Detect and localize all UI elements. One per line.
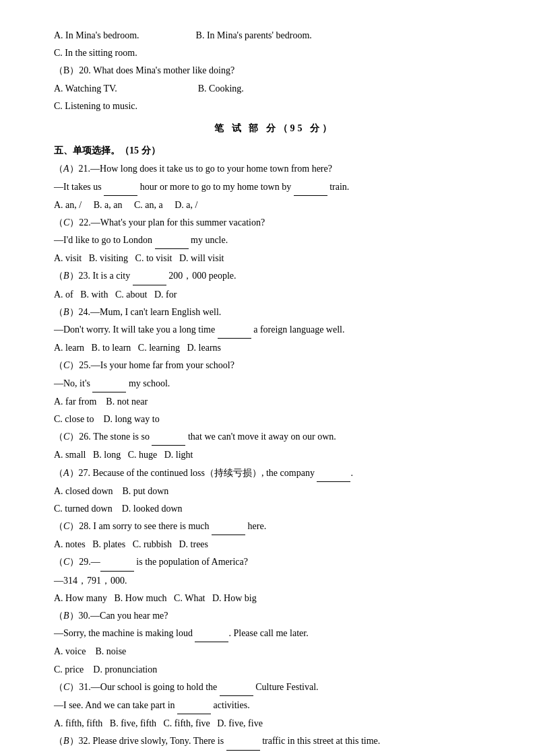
q29-stem: （C）29.— is the population of America? xyxy=(54,553,495,571)
line-a19: A. In Mina's bedroom. B. In Mina's paren… xyxy=(54,27,495,44)
q22-stem: （C）22.—What's your plan for this summer … xyxy=(54,214,495,231)
q32-stem: （B）32. Please drive slowly, Tony. There … xyxy=(54,732,495,750)
q30-opts1: A. voice B. noise xyxy=(54,643,495,660)
q20: （B）20. What does Mina's mother like doin… xyxy=(54,62,495,79)
q31-sub: —I see. And we can take part in activiti… xyxy=(54,697,495,714)
q24-opts: A. learn B. to learn C. learning D. lear… xyxy=(54,339,495,356)
q30-sub: —Sorry, the machine is making loud . Ple… xyxy=(54,625,495,642)
q24-sub: —Don't worry. It will take you a long ti… xyxy=(54,321,495,339)
q30-stem: （B）30.—Can you hear me? xyxy=(54,607,495,624)
q26-stem: （C）26. The stone is so that we can't mov… xyxy=(54,428,495,446)
q24-stem: （B）24.—Mum, I can't learn English well. xyxy=(54,304,495,320)
section-five-title: 五、单项选择。（15 分） xyxy=(54,142,495,159)
q23-stem: （B）23. It is a city 200，000 people. xyxy=(54,267,495,285)
q23-opts: A. of B. with C. about D. for xyxy=(54,286,495,303)
written-section-header: 笔 试 部 分（95 分） xyxy=(54,120,495,137)
q28-stem: （C）28. I am sorry to see there is much h… xyxy=(54,518,495,535)
q27-opts1: A. closed down B. put down xyxy=(54,483,495,500)
q22-sub: —I'd like to go to London my uncle. xyxy=(54,232,495,249)
q21-opts: A. an, / B. a, an C. an, a D. a, / xyxy=(54,197,495,213)
q32-opts: A. much too B. too much C. too many D. m… xyxy=(54,751,495,757)
q30-opts2: C. price D. pronunciation xyxy=(54,661,495,678)
q31-opts: A. fifth, fifth B. five, fifth C. fifth,… xyxy=(54,715,495,732)
q25-opts1: A. far from B. not near xyxy=(54,393,495,410)
q27-stem: （A）27. Because of the continued loss（持续亏… xyxy=(54,465,495,482)
q31-stem: （C）31.—Our school is going to hold the C… xyxy=(54,679,495,696)
line-c19: C. In the sitting room. xyxy=(54,44,495,61)
q25-opts2: C. close to D. long way to xyxy=(54,411,495,427)
q21-stem: （A）21.—How long does it take us to go to… xyxy=(54,160,495,177)
page-content: A. In Mina's bedroom. B. In Mina's paren… xyxy=(54,27,495,756)
q21-sub: —It takes us hour or more to go to my ho… xyxy=(54,178,495,196)
q25-sub: —No, it's my school. xyxy=(54,375,495,392)
q28-opts: A. notes B. plates C. rubbish D. trees xyxy=(54,536,495,553)
q20-ab: A. Watching TV. B. Cooking. xyxy=(54,80,495,97)
q29-sub: —314，791，000. xyxy=(54,572,495,589)
q29-opts: A. How many B. How much C. What D. How b… xyxy=(54,590,495,607)
q27-opts2: C. turned down D. looked down xyxy=(54,500,495,517)
q20-c: C. Listening to music. xyxy=(54,98,495,114)
q22-opts: A. visit B. visiting C. to visit D. will… xyxy=(54,250,495,267)
q26-opts: A. small B. long C. huge D. light xyxy=(54,446,495,463)
q25-stem: （C）25.—Is your home far from your school… xyxy=(54,357,495,374)
